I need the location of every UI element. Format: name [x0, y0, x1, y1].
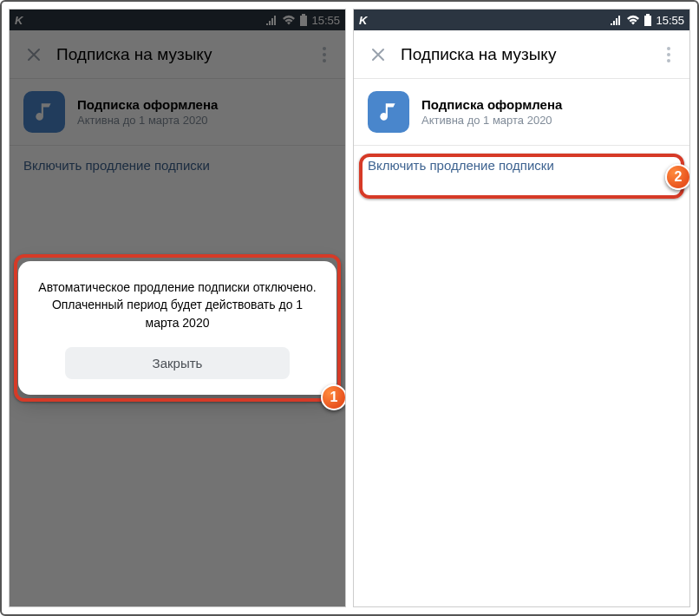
- dialog-close-button[interactable]: Закрыть: [65, 347, 289, 379]
- carrier-logo: K: [359, 14, 366, 27]
- more-button[interactable]: [655, 37, 683, 72]
- svg-rect-3: [644, 16, 651, 26]
- auto-renewal-dialog: Автоматическое продление подписки отключ…: [18, 261, 336, 395]
- subscription-title: Подписка оформлена: [421, 97, 562, 112]
- status-time: 15:55: [656, 14, 684, 27]
- svg-rect-2: [646, 14, 650, 16]
- music-note-icon: [368, 91, 409, 133]
- more-vertical-icon: [667, 47, 670, 62]
- phone-screenshot-left: K 15:55 Подписка на музыку: [9, 9, 346, 607]
- annotation-badge-2: 2: [665, 164, 690, 190]
- annotation-badge-1: 1: [321, 384, 346, 410]
- wifi-icon: [626, 15, 640, 25]
- status-bar: K 15:55: [354, 10, 689, 30]
- enable-renewal-link[interactable]: Включить продление подписки: [354, 146, 689, 185]
- appbar-title: Подписка на музыку: [395, 45, 655, 64]
- phone-screenshot-right: K 15:55 Подписка на музыку: [353, 9, 690, 607]
- close-button[interactable]: [361, 37, 395, 72]
- dialog-message: Автоматическое продление подписки отключ…: [34, 279, 321, 331]
- app-bar: Подписка на музыку: [354, 30, 689, 79]
- subscription-card: Подписка оформлена Активна до 1 марта 20…: [354, 79, 689, 145]
- signal-icon: [611, 15, 623, 25]
- subscription-subtitle: Активна до 1 марта 2020: [421, 114, 562, 127]
- battery-icon: [643, 14, 652, 26]
